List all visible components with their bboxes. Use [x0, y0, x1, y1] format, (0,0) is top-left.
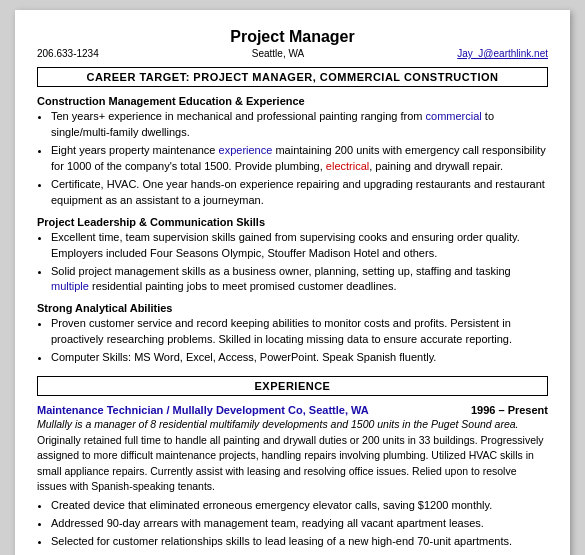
resume-page: Project Manager 206.633-1234 Seattle, WA…	[15, 10, 570, 555]
construction-bullets: Ten years+ experience in mechanical and …	[51, 109, 548, 209]
job-dates: 1996 – Present	[471, 404, 548, 416]
list-item: Proven customer service and record keepi…	[51, 316, 548, 348]
list-item: Certificate, HVAC. One year hands-on exp…	[51, 177, 548, 209]
list-item: Computer Skills: MS Word, Excel, Access,…	[51, 350, 548, 366]
candidate-title: Project Manager	[37, 28, 548, 46]
list-item: Selected for customer relationships skil…	[51, 534, 548, 550]
list-item: Ten years+ experience in mechanical and …	[51, 109, 548, 141]
list-item: Excellent time, team supervision skills …	[51, 230, 548, 262]
leadership-bullets: Excellent time, team supervision skills …	[51, 230, 548, 296]
location: Seattle, WA	[252, 48, 304, 59]
phone-number: 206.633-1234	[37, 48, 99, 59]
email-link[interactable]: Jay_J@earthlink.net	[457, 48, 548, 59]
job-bullets: Created device that eliminated erroneous…	[51, 498, 548, 550]
career-target-label: CAREER TARGET: PROJECT MANAGER, COMMERCI…	[86, 71, 498, 83]
job-title: Maintenance Technician / Mullally Develo…	[37, 404, 369, 416]
leadership-title: Project Leadership & Communication Skill…	[37, 216, 548, 228]
list-item: Solid project management skills as a bus…	[51, 264, 548, 296]
list-item: Eight years property maintenance experie…	[51, 143, 548, 175]
analytical-section: Strong Analytical Abilities Proven custo…	[37, 302, 548, 366]
header: Project Manager 206.633-1234 Seattle, WA…	[37, 28, 548, 59]
list-item: Addressed 90-day arrears with management…	[51, 516, 548, 532]
experience-label: EXPERIENCE	[255, 380, 331, 392]
analytical-title: Strong Analytical Abilities	[37, 302, 548, 314]
job-entry: Maintenance Technician / Mullally Develo…	[37, 404, 548, 550]
career-target-box: CAREER TARGET: PROJECT MANAGER, COMMERCI…	[37, 67, 548, 87]
construction-section: Construction Management Education & Expe…	[37, 95, 548, 209]
analytical-bullets: Proven customer service and record keepi…	[51, 316, 548, 366]
experience-box: EXPERIENCE	[37, 376, 548, 396]
job-description: Originally retained full time to handle …	[37, 433, 548, 494]
construction-title: Construction Management Education & Expe…	[37, 95, 548, 107]
leadership-section: Project Leadership & Communication Skill…	[37, 216, 548, 296]
list-item: Created device that eliminated erroneous…	[51, 498, 548, 514]
job-subtitle: Mullally is a manager of 8 residential m…	[37, 418, 548, 430]
job-header-row: Maintenance Technician / Mullally Develo…	[37, 404, 548, 416]
header-contact-row: 206.633-1234 Seattle, WA Jay_J@earthlink…	[37, 48, 548, 59]
